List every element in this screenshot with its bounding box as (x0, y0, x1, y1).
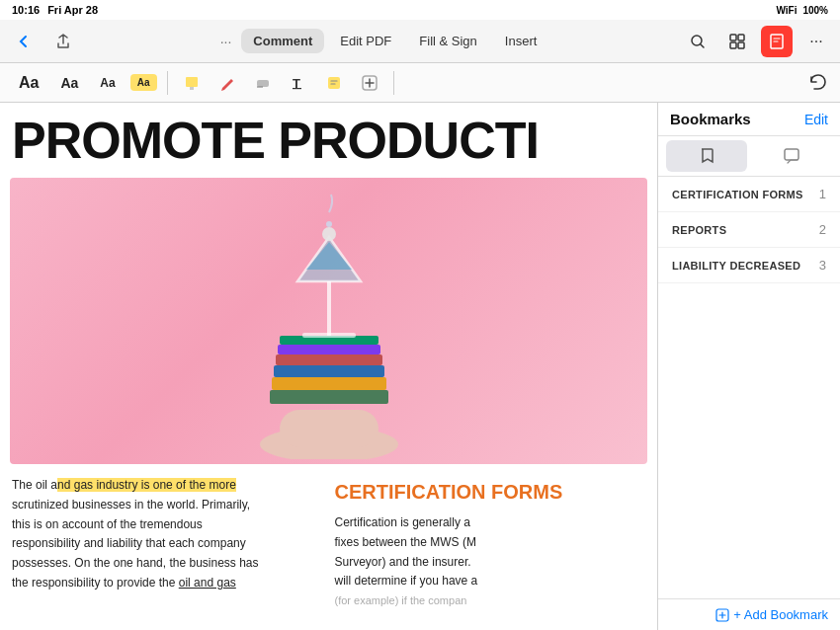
svg-rect-6 (186, 77, 198, 87)
sidebar-title: Bookmarks (670, 111, 751, 127)
svg-point-23 (322, 227, 336, 241)
separator-1 (167, 71, 168, 95)
toolbar-right: ··· (682, 26, 832, 57)
svg-rect-4 (738, 42, 744, 48)
sidebar-edit-button[interactable]: Edit (804, 112, 828, 127)
svg-rect-14 (280, 410, 378, 447)
toolbar-left (8, 26, 79, 57)
bookmark-number-2: 2 (819, 222, 826, 237)
status-bar: 10:16 Fri Apr 28 WiFi 100% (0, 0, 840, 20)
bookmark-item-1[interactable]: CERTIFICATION FORMS 1 (658, 177, 840, 212)
left-column: The oil and gas industry is one of the m… (12, 476, 323, 611)
battery-icon: 100% (802, 5, 828, 16)
tab-insert[interactable]: Insert (493, 29, 549, 53)
bookmark-label-1: CERTIFICATION FORMS (672, 189, 803, 200)
bookmark-tab[interactable] (666, 140, 747, 172)
svg-rect-15 (270, 390, 388, 404)
status-left: 10:16 Fri Apr 28 (12, 4, 98, 16)
comment-tab[interactable] (751, 140, 832, 172)
svg-rect-17 (274, 365, 384, 377)
document-title: PROMOTE PRODUCTI (0, 103, 657, 174)
underlined-text: oil and gas (179, 576, 236, 590)
text-tool-button[interactable]: T (285, 69, 312, 97)
page-content: PROMOTE PRODUCTI (0, 103, 657, 630)
eraser-tool-button[interactable] (249, 69, 277, 97)
svg-rect-22 (302, 333, 356, 338)
sidebar: Bookmarks Edit CERTIFICATION FORMS 1 (657, 103, 840, 630)
status-right: WiFi 100% (776, 5, 828, 16)
bookmark-number-1: 1 (819, 187, 826, 201)
tab-comment[interactable]: Comment (241, 29, 324, 53)
document-image (10, 178, 647, 464)
add-bookmark-section: + Add Bookmark (658, 598, 840, 630)
right-column: CERTIFICATION FORMS Certification is gen… (335, 476, 646, 611)
bookmark-item-2[interactable]: REPORTS 2 (658, 212, 840, 248)
wifi-icon: WiFi (776, 5, 797, 16)
bookmark-number-3: 3 (819, 258, 826, 273)
status-day: Fri Apr 28 (47, 4, 98, 16)
svg-rect-11 (328, 77, 340, 89)
signature-tool-button[interactable] (356, 69, 383, 97)
doc-text-section: The oil and gas industry is one of the m… (0, 468, 657, 619)
text-size-medium[interactable]: Aa (53, 72, 85, 94)
separator-2 (393, 71, 394, 95)
svg-rect-16 (272, 377, 386, 390)
svg-rect-18 (276, 354, 382, 365)
bookmark-label-3: LIABILITY DECREASED (672, 260, 800, 272)
text-size-xsmall[interactable]: Aa (130, 74, 157, 91)
svg-rect-3 (730, 42, 736, 48)
highlighted-text: nd gas industry is one of the more (57, 478, 236, 492)
bookmark-item-3[interactable]: LIABILITY DECREASED 3 (658, 248, 840, 283)
back-button[interactable] (8, 26, 40, 57)
grid-button[interactable] (721, 26, 753, 57)
note-tool-button[interactable] (320, 69, 348, 97)
bookmark-list: CERTIFICATION FORMS 1 REPORTS 2 LIABILIT… (658, 177, 840, 598)
bookmark-label-2: REPORTS (672, 224, 726, 236)
share-button[interactable] (47, 26, 79, 57)
add-bookmark-label: + Add Bookmark (733, 607, 828, 622)
svg-rect-19 (278, 345, 380, 354)
main-layout: PROMOTE PRODUCTI (0, 103, 840, 630)
add-bookmark-button[interactable]: + Add Bookmark (715, 607, 828, 622)
search-button[interactable] (682, 26, 714, 57)
top-toolbar: ··· Comment Edit PDF Fill & Sign Insert (0, 20, 840, 63)
svg-rect-7 (190, 87, 194, 90)
highlight-tool-button[interactable] (178, 69, 206, 97)
secondary-toolbar: Aa Aa Aa Aa T (0, 63, 840, 103)
document-area: PROMOTE PRODUCTI (0, 103, 657, 630)
svg-rect-1 (730, 35, 736, 40)
tab-edit-pdf[interactable]: Edit PDF (328, 29, 403, 53)
sidebar-tabs (658, 136, 840, 177)
svg-rect-10 (293, 88, 301, 89)
toolbar-center: ··· Comment Edit PDF Fill & Sign Insert (91, 29, 678, 53)
more-options-button[interactable]: ··· (800, 26, 832, 57)
svg-rect-8 (257, 80, 269, 87)
svg-rect-25 (785, 149, 798, 160)
tab-fill-sign[interactable]: Fill & Sign (407, 29, 489, 53)
sidebar-header: Bookmarks Edit (658, 103, 840, 136)
pen-tool-button[interactable] (213, 69, 241, 97)
text-size-small[interactable]: Aa (93, 73, 122, 93)
status-time: 10:16 (12, 4, 40, 16)
svg-point-24 (326, 221, 332, 227)
svg-rect-21 (327, 281, 331, 336)
bookmark-panel-button[interactable] (761, 26, 793, 57)
undo-button[interactable] (808, 72, 828, 94)
more-dots-icon: ··· (809, 33, 822, 50)
cert-heading: CERTIFICATION FORMS (335, 476, 646, 508)
svg-rect-2 (738, 35, 744, 40)
text-size-large[interactable]: Aa (12, 71, 45, 95)
